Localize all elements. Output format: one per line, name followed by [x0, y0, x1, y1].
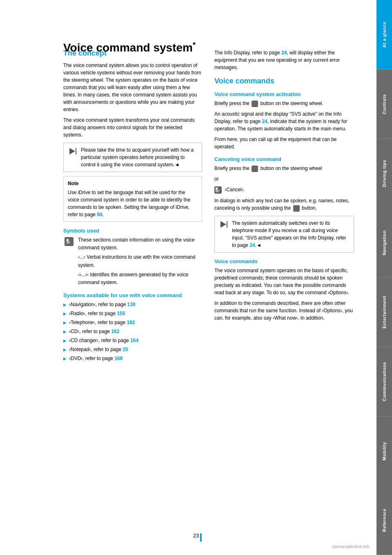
sidebar-item-mobility[interactable]: Mobility	[376, 416, 392, 486]
link-24-top[interactable]: 24	[281, 50, 287, 56]
symbol-row-2: ›...‹ Verbal instructions to use with th…	[63, 253, 202, 269]
activation-body3: From here, you can call up all the equip…	[214, 136, 354, 150]
triangle-icon	[68, 146, 78, 156]
sidebar-tab-label: Entertainment	[382, 296, 387, 329]
list-arrow: ▶	[63, 311, 67, 317]
sidebar-tab-label: Reference	[382, 508, 387, 532]
list-arrow: ▶	[63, 356, 67, 362]
voice-commands-main-title: Voice commands	[214, 77, 354, 85]
note-body: Use iDrive to set the language that will…	[68, 190, 190, 217]
list-item: ▶ ›CD changer‹, refer to page 164	[63, 337, 202, 344]
page-bar	[200, 533, 202, 542]
list-arrow: ▶	[63, 347, 67, 353]
svg-rect-9	[227, 221, 227, 228]
sidebar-item-communications[interactable]: Communications	[376, 347, 392, 416]
symbols-title: Symbols used	[63, 228, 202, 234]
list-item: ▶ ›DVD‹, refer to page 168	[63, 355, 202, 362]
list-arrow: ▶	[63, 320, 67, 326]
sidebar-tab-label: Driving tips	[382, 160, 387, 187]
sidebar-tab-label: Communications	[382, 362, 387, 401]
page-title: Voice command system*	[63, 41, 196, 54]
svg-rect-7	[216, 191, 218, 192]
svg-marker-0	[69, 148, 75, 154]
svg-rect-2	[67, 239, 69, 241]
activation-body1: Briefly press the button on the steering…	[214, 100, 354, 107]
note-section: Note Use iDrive to set the language that…	[63, 176, 202, 222]
left-column: The concept The voice command system all…	[63, 49, 202, 555]
list-item: ▶ ›Radio‹, refer to page 155	[63, 310, 202, 317]
page-container: Voice command system* The concept The vo…	[0, 0, 392, 555]
list-arrow: ▶	[63, 302, 67, 308]
link-162[interactable]: 162	[111, 329, 119, 334]
svg-rect-1	[76, 148, 76, 154]
list-item: ▶ ›CD‹, refer to page 162	[63, 328, 202, 335]
svg-rect-6	[216, 190, 219, 191]
sidebar-tab-label: Mobility	[382, 442, 387, 461]
symbol1-text: These sections contain information on us…	[78, 236, 202, 252]
list-item: ▶ ›Notepad‹, refer to page 25	[63, 346, 202, 353]
symbol-row-1: These sections contain information on us…	[63, 236, 202, 252]
cancel-body4: In dialogs in which any text can be spok…	[214, 197, 354, 212]
sidebar-item-at-glance[interactable]: At a glance	[376, 0, 392, 69]
list-item: ▶ ›Telephone‹, refer to page 182	[63, 319, 202, 326]
link-24-info[interactable]: 24	[249, 242, 255, 248]
symbol-row-3: ››...‹‹ Identifies the answers generated…	[63, 271, 202, 286]
note-page-link[interactable]: 84	[97, 212, 102, 217]
sidebar-item-driving[interactable]: Driving tips	[376, 139, 392, 208]
concept-body1: The voice command system allows you to c…	[63, 62, 202, 113]
cancel-or: or	[214, 175, 354, 183]
systems-list: ▶ ›Navigation‹, refer to page 130 ▶ ›Rad…	[63, 301, 202, 362]
symbol3-text: ››...‹‹ Identifies the answers generated…	[78, 271, 202, 286]
link-25[interactable]: 25	[122, 347, 128, 352]
title-text: Voice command system	[63, 41, 193, 54]
link-164[interactable]: 164	[130, 338, 138, 343]
voice-commands-body2: In addition to the commands described, t…	[214, 300, 354, 322]
concept-info-text: Please take the time to acquaint yoursel…	[81, 146, 198, 168]
svg-rect-5	[216, 188, 218, 190]
link-182[interactable]: 182	[127, 320, 135, 325]
sidebar-tab-label: Navigation	[382, 231, 387, 255]
cancel-command: ›Cancel‹.	[214, 186, 354, 194]
sidebar-tab-label: At a glance	[382, 22, 387, 48]
list-arrow: ▶	[63, 338, 67, 344]
symbols-box: These sections contain information on us…	[63, 236, 202, 286]
link-155[interactable]: 155	[117, 311, 125, 316]
cancel-info-box: The system automatically switches over t…	[214, 216, 354, 253]
voice-commands-body1: The voice command system operates on the…	[214, 267, 354, 296]
main-content: The concept The voice command system all…	[63, 49, 354, 555]
svg-rect-4	[67, 243, 69, 244]
concept-body2: The voice command system transforms your…	[63, 116, 202, 139]
sidebar-tab-label: Controls	[382, 94, 387, 114]
cancel-body1: Briefly press the button on the steering…	[214, 165, 354, 172]
activation-title: Voice command system activation	[214, 91, 354, 97]
activation-body2: An acoustic signal and the display "SVS …	[214, 110, 354, 132]
voice-icon-cancel	[214, 186, 222, 194]
svg-marker-8	[220, 221, 226, 228]
cancel-title: Canceling voice command	[214, 156, 354, 162]
link-168[interactable]: 168	[114, 356, 122, 361]
sidebar-item-reference[interactable]: Reference	[376, 486, 392, 555]
link-130[interactable]: 130	[127, 302, 136, 307]
steering-button-icon-2	[252, 166, 258, 172]
watermark: carmanualonline.info	[332, 544, 370, 549]
sidebar-item-navigation[interactable]: Navigation	[376, 208, 392, 278]
title-sup: *	[193, 41, 196, 49]
list-item: ▶ ›Navigation‹, refer to page 130	[63, 301, 202, 308]
link-24-activation[interactable]: 24	[262, 119, 267, 124]
steering-button-icon	[252, 101, 258, 107]
cancel-info-text: The system automatically switches over t…	[232, 219, 350, 249]
note-title: Note	[68, 180, 198, 187]
right-column: The Info Display, refer to page 24, will…	[214, 49, 354, 555]
concept-info-box: Please take the time to acquaint yoursel…	[63, 143, 202, 172]
page-number: 23	[193, 533, 199, 539]
systems-title: Systems available for use with voice com…	[63, 292, 202, 298]
steering-button-icon-3	[293, 205, 300, 212]
symbol2-text: ›...‹ Verbal instructions to use with th…	[78, 253, 202, 269]
info-display-text: The Info Display, refer to page 24, will…	[214, 49, 354, 71]
sidebar-item-entertainment[interactable]: Entertainment	[376, 278, 392, 347]
voice-symbol-icon-1	[63, 236, 75, 246]
sidebar-item-controls[interactable]: Controls	[376, 69, 392, 139]
voice-commands-sub-title: Voice commands	[214, 258, 354, 264]
list-arrow: ▶	[63, 329, 67, 335]
svg-rect-3	[67, 242, 70, 242]
